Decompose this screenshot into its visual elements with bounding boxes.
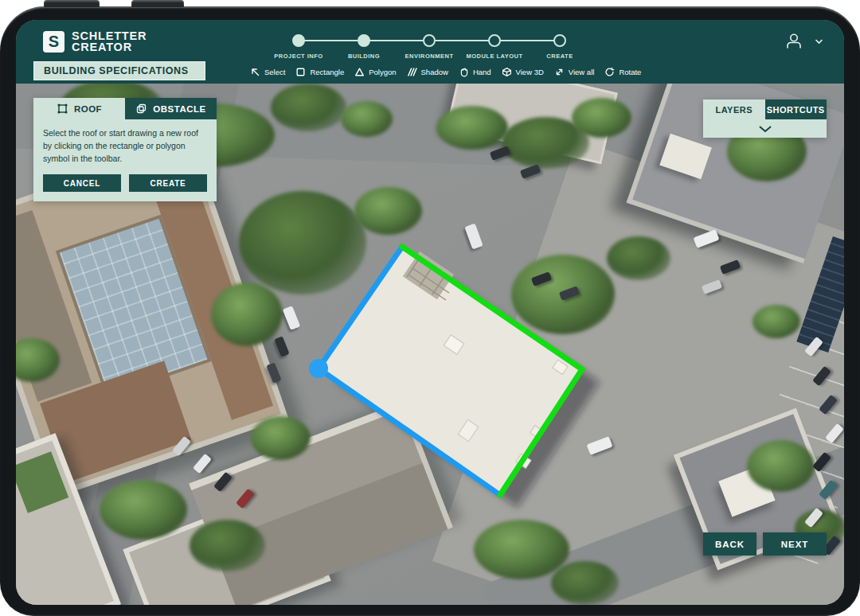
chevron-down-icon	[815, 38, 823, 45]
tree-cluster	[271, 84, 346, 131]
tool-polygon[interactable]: Polygon	[354, 67, 396, 77]
tree-cluster	[354, 187, 422, 235]
parked-van	[283, 306, 301, 330]
obstacle-icon	[135, 103, 147, 115]
chevron-down-icon	[758, 125, 772, 133]
step-circle	[292, 34, 305, 47]
tree-cluster	[190, 520, 265, 571]
tablet-power-button	[131, 0, 184, 7]
wizard-nav: BACK NEXT	[703, 532, 827, 556]
tab-roof[interactable]: ROOF	[33, 98, 125, 119]
tree-cluster	[551, 561, 619, 605]
app-window: S SCHLETTER CREATOR PROJECT INFO BUILDIN…	[16, 20, 844, 605]
step-environment[interactable]: ENVIRONMENT	[423, 28, 436, 60]
tree-cluster	[239, 191, 366, 294]
parked-car	[274, 336, 289, 357]
cube-icon	[502, 67, 512, 77]
instruction-text: Select the roof or start drawing a new r…	[43, 127, 207, 165]
step-module-layout[interactable]: MODULE LAYOUT	[488, 28, 501, 60]
tree-cluster	[747, 440, 815, 492]
drawing-toolbar: Select Rectangle Polygon	[250, 61, 641, 82]
tablet-frame: S SCHLETTER CREATOR PROJECT INFO BUILDIN…	[0, 6, 860, 616]
step-circle	[553, 34, 566, 47]
tool-view-all[interactable]: View all	[554, 67, 595, 77]
brand-name: SCHLETTER CREATOR	[72, 31, 147, 53]
parked-van	[464, 224, 483, 250]
roof-panel-tabs: ROOF OBSTACLE	[33, 98, 217, 119]
tree-cluster	[474, 520, 569, 579]
tree-cluster	[572, 98, 631, 138]
wizard-stepper: PROJECT INFO BUILDING ENVIRONMENT MODULE…	[292, 28, 566, 60]
step-building[interactable]: BUILDING	[358, 28, 370, 60]
step-circle	[423, 34, 436, 47]
layers-shortcuts-panel: LAYERS SHORTCUTS	[703, 99, 827, 138]
next-button[interactable]: NEXT	[763, 532, 827, 556]
cursor-icon	[250, 67, 260, 77]
tree-cluster	[211, 283, 283, 346]
side-panel-tabs: LAYERS SHORTCUTS	[703, 99, 827, 119]
rectangle-icon	[295, 67, 306, 77]
tab-obstacle[interactable]: OBSTACLE	[125, 98, 217, 119]
app-header: S SCHLETTER CREATOR PROJECT INFO BUILDIN…	[16, 20, 844, 84]
polygon-icon	[354, 67, 365, 77]
tab-layers[interactable]: LAYERS	[703, 99, 765, 119]
tool-rectangle[interactable]: Rectangle	[295, 67, 344, 77]
hand-icon	[459, 67, 469, 77]
parked-car	[193, 454, 212, 474]
tablet-volume-button	[44, 0, 100, 7]
rooftop-structure	[659, 134, 712, 180]
tree-cluster	[100, 480, 187, 540]
tool-view-3d[interactable]: View 3D	[502, 67, 544, 77]
shadow-icon	[407, 67, 417, 77]
step-circle	[358, 34, 370, 47]
brand-logo[interactable]: S SCHLETTER CREATOR	[43, 31, 147, 53]
page-title: BUILDING SPECIFICATIONS	[33, 61, 205, 80]
roof-vertex-handle[interactable]	[309, 359, 328, 378]
roof-outline-icon	[57, 103, 68, 115]
tab-shortcuts[interactable]: SHORTCUTS	[765, 99, 827, 119]
tool-select[interactable]: Select	[250, 67, 285, 77]
roof-panel: ROOF OBSTACLE Select the roof or start d…	[33, 98, 217, 201]
panel-expand-toggle[interactable]	[703, 119, 827, 138]
tree-cluster	[607, 236, 670, 280]
create-button[interactable]: CREATE	[129, 174, 207, 192]
tree-cluster	[436, 106, 508, 150]
tool-shadow[interactable]: Shadow	[407, 67, 448, 77]
map-canvas[interactable]: ROOF OBSTACLE Select the roof or start d…	[16, 84, 844, 605]
tool-rotate[interactable]: Rotate	[604, 67, 641, 77]
user-menu[interactable]	[784, 31, 823, 52]
back-button[interactable]: BACK	[703, 532, 756, 556]
rotate-icon	[604, 67, 615, 77]
step-project-info[interactable]: PROJECT INFO	[292, 28, 305, 60]
user-icon	[784, 31, 804, 52]
expand-icon	[554, 67, 565, 77]
parked-car	[520, 164, 541, 179]
tree-cluster	[251, 416, 311, 460]
tree-cluster	[752, 305, 800, 338]
step-circle	[488, 34, 501, 47]
cancel-button[interactable]: CANCEL	[43, 174, 121, 192]
tree-cluster	[341, 101, 393, 137]
step-create[interactable]: CREATE	[553, 28, 566, 60]
tool-hand[interactable]: Hand	[459, 67, 491, 77]
schletter-logo-icon: S	[43, 31, 64, 53]
